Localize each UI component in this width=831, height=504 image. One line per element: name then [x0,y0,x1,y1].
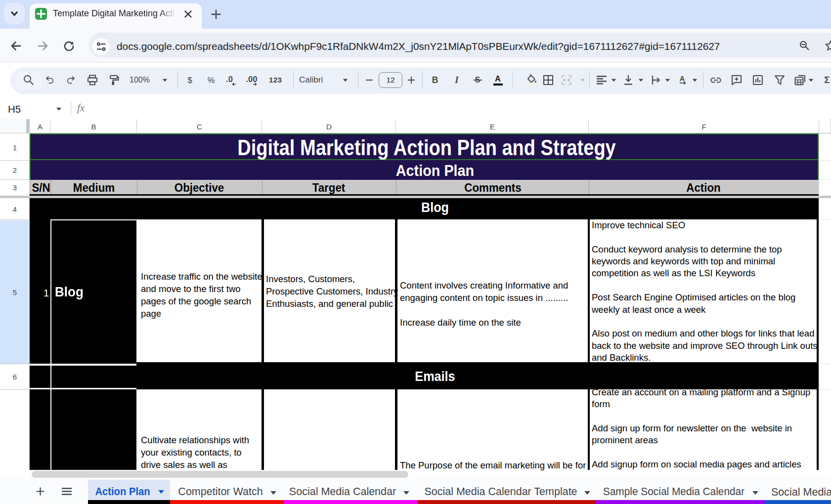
svg-text:A: A [680,75,685,83]
